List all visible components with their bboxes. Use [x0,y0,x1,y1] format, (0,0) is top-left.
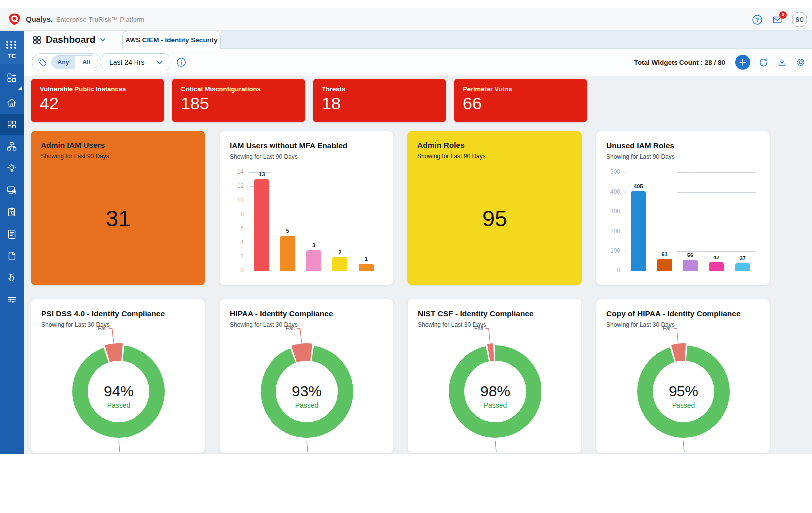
sidebar-item-reports[interactable] [0,223,24,245]
time-range-value: Last 24 Hrs [109,58,156,66]
kpi-vulnerable-public-instances[interactable]: Vulnerable Public Instances 42 [31,79,164,122]
svg-text:Passed: Passed [107,401,131,409]
widget-row: Admin IAM Users Showing for Last 90 Days… [31,131,770,285]
apps-grid-icon[interactable] [6,41,17,49]
app-header: Qualys. Enterprise TruRisk™ Platform ? 3… [0,8,812,31]
brand: Qualys. Enterprise TruRisk™ Platform [8,13,144,26]
widget-title: PSI DSS 4.0 - Identity Compliance [41,309,197,318]
svg-text:?: ? [756,17,759,23]
workspace-label: TC [0,53,24,60]
info-icon[interactable] [176,57,186,69]
report-icon [6,229,17,240]
help-icon[interactable]: ? [752,14,763,25]
svg-text:Pass: Pass [498,453,511,453]
download-button[interactable] [777,57,787,68]
sidebar-item-dashboard[interactable] [0,114,24,135]
widget-title: Admin IAM Users [41,141,197,150]
dashboard-icon [6,119,17,130]
widget-title: Admin Roles [417,141,574,150]
refresh-button[interactable] [758,57,769,68]
widget-subtitle: Showing for Last 30 Days [606,321,675,328]
file-icon [6,251,17,261]
kpi-critical-misconfigurations[interactable]: Critical Misconfigurations 185 [172,79,305,122]
bar-chart: 02468101214135321 [229,163,386,281]
notifications-icon[interactable]: 3 [772,14,783,25]
chevron-down-icon [156,58,164,66]
sidebar-item-assessment[interactable] [0,201,24,223]
widget-subtitle: Showing for Last 90 Days [417,153,486,160]
monitor-search-icon [6,185,17,196]
svg-text:Pass: Pass [686,453,699,453]
dashboard-content: Vulnerable Public Instances 42 Critical … [24,76,812,454]
kpi-label: Vulnerable Public Instances [40,85,155,93]
sidebar-item-home[interactable] [0,92,24,114]
dashboard-menu[interactable]: Dashboard [32,31,106,49]
widget-iam-users-without-mfa[interactable]: IAM Users without MFA Enabled Showing fo… [219,131,394,285]
widget-title: Copy of HIPAA - Identity Compliance [606,309,762,318]
sidebar-item-documents[interactable] [0,245,24,267]
qualys-dashboard-page: Qualys. Enterprise TruRisk™ Platform ? 3… [0,0,812,513]
tab-aws-ciem-identity-security[interactable]: AWS CIEM - Identity Security [122,31,221,49]
kpi-label: Perimeter Vulns [463,85,578,93]
sidebar-item-settings[interactable] [0,289,24,311]
svg-text:Passed: Passed [672,401,695,409]
widget-title: NIST CSF - Identity Compliance [418,309,573,318]
widget-unused-iam-roles[interactable]: Unused IAM Roles Showing for Last 90 Day… [596,131,770,285]
svg-text:95%: 95% [669,383,698,399]
kpi-value: 18 [322,94,437,113]
widget-title: Unused IAM Roles [606,141,762,150]
kpi-label: Threats [322,85,437,93]
dashboard-menu-icon [32,35,42,45]
svg-text:Passed: Passed [484,401,507,409]
widget-value: 95 [407,206,582,232]
kpi-value: 185 [181,94,296,113]
widgets-count-label: Total Widgets Count : 28 / 80 [634,59,725,66]
sidebar-item-monitor-search[interactable] [0,179,24,201]
tag-icon[interactable] [37,57,47,67]
compliance-row: PSI DSS 4.0 - Identity Compliance Showin… [31,299,770,453]
sidebar-item-add-widget[interactable] [0,64,24,92]
nav-row: Dashboard AWS CIEM - Identity Security [24,31,812,49]
add-widget-icon [6,72,17,83]
tabbar-background [221,31,812,49]
match-all-button[interactable]: All [75,56,98,69]
add-widget-button[interactable] [735,55,750,70]
time-range-select[interactable]: Last 24 Hrs [102,53,169,71]
widget-value: 31 [31,206,205,232]
sidebar: TC [0,31,24,454]
match-any-button[interactable]: Any [52,56,75,69]
widget-hipaa-compliance[interactable]: HIPAA - Identity Compliance Showing for … [219,299,394,453]
resize-corner-icon [18,86,22,90]
svg-text:Pass: Pass [122,453,134,453]
settings-button[interactable] [795,57,806,68]
qualys-logo-icon [8,13,21,26]
widget-subtitle: Showing for Last 30 Days [230,321,298,328]
kpi-row: Vulnerable Public Instances 42 Critical … [31,79,587,122]
widget-admin-iam-users[interactable]: Admin IAM Users Showing for Last 90 Days… [31,131,205,285]
svg-text:Passed: Passed [295,401,319,409]
widget-title: IAM Users without MFA Enabled [230,141,385,150]
sliders-icon [6,294,17,305]
svg-text:93%: 93% [292,383,322,399]
sidebar-item-actions[interactable] [0,267,24,289]
svg-text:98%: 98% [480,383,510,399]
chevron-down-icon [99,36,106,43]
widget-admin-roles[interactable]: Admin Roles Showing for Last 90 Days 95 [407,131,582,285]
widget-psi-dss-compliance[interactable]: PSI DSS 4.0 - Identity Compliance Showin… [31,299,205,453]
widget-copy-hipaa-compliance[interactable]: Copy of HIPAA - Identity Compliance Show… [596,299,770,453]
clipboard-search-icon [6,207,17,218]
kpi-threats[interactable]: Threats 18 [313,79,446,122]
brand-suffix: Enterprise TruRisk™ Platform [56,16,145,23]
user-avatar[interactable]: SC [792,12,807,27]
tag-filter-control: Any All [32,53,101,71]
sidebar-item-network[interactable] [0,135,24,157]
notification-badge: 3 [779,11,787,19]
widget-nist-csf-compliance[interactable]: NIST CSF - Identity Compliance Showing f… [407,299,582,453]
widget-subtitle: Showing for Last 90 Days [230,153,298,160]
svg-text:Pass: Pass [310,453,322,453]
gesture-click-icon [6,272,17,283]
sidebar-item-insights[interactable] [0,157,24,179]
kpi-label: Critical Misconfigurations [181,85,296,93]
kpi-perimeter-vulns[interactable]: Perimeter Vulns 66 [454,79,587,122]
widget-title: HIPAA - Identity Compliance [230,309,385,318]
